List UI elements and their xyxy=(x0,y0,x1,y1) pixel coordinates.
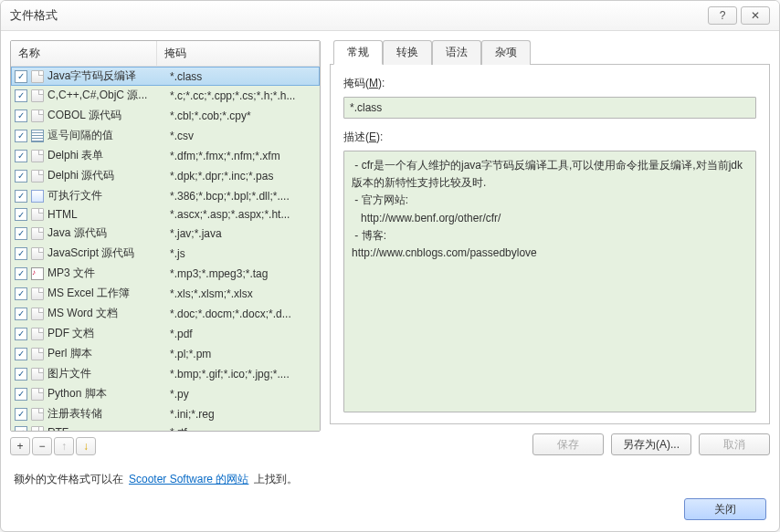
bottom-buttons: 保存 另存为(A)... 取消 xyxy=(330,424,770,455)
table-row[interactable]: ✓Delphi 表单*.dfm;*.fmx;*.nfm;*.xfm xyxy=(11,146,320,166)
close-button[interactable]: ✕ xyxy=(741,6,770,25)
move-up-button[interactable]: ↑ xyxy=(54,437,74,455)
file-icon xyxy=(31,308,44,320)
tabstrip: 常规转换语法杂项 xyxy=(330,40,770,65)
footer-text-pre: 额外的文件格式可以在 xyxy=(14,472,123,487)
row-checkbox[interactable]: ✓ xyxy=(15,368,27,381)
close-row: 关闭 xyxy=(1,498,779,531)
table-row[interactable]: ✓MP3 文件*.mp3;*.mpeg3;*.tag xyxy=(11,264,320,284)
file-icon xyxy=(31,110,44,122)
row-mask: *.ini;*.reg xyxy=(170,408,316,421)
row-checkbox[interactable]: ✓ xyxy=(15,426,27,431)
row-checkbox[interactable]: ✓ xyxy=(15,70,27,83)
table-row[interactable]: ✓图片文件*.bmp;*.gif;*.ico;*.jpg;*.... xyxy=(11,364,320,384)
table-row[interactable]: ✓Java 源代码*.jav;*.java xyxy=(11,224,320,244)
row-name: PDF 文档 xyxy=(47,326,164,341)
remove-button[interactable]: − xyxy=(32,437,52,455)
row-name: MS Excel 工作簿 xyxy=(47,286,164,301)
tab-语法[interactable]: 语法 xyxy=(432,40,481,65)
file-icon xyxy=(31,247,44,260)
row-mask: *.csv xyxy=(170,130,316,142)
table-row[interactable]: ✓COBOL 源代码*.cbl;*.cob;*.cpy* xyxy=(11,106,320,126)
mask-input[interactable]: *.class xyxy=(343,97,756,119)
table-row[interactable]: ✓Delphi 源代码*.dpk;*.dpr;*.inc;*.pas xyxy=(11,166,320,186)
table-row[interactable]: ✓Perl 脚本*.pl;*.pm xyxy=(11,344,320,364)
dialog-close-button[interactable]: 关闭 xyxy=(684,498,766,520)
table-row[interactable]: ✓Java字节码反编译*.class xyxy=(11,67,320,86)
footer: 额外的文件格式可以在 Scooter Software 的网站 上找到。 xyxy=(1,464,779,498)
row-mask: *.js xyxy=(170,247,316,260)
row-checkbox[interactable]: ✓ xyxy=(15,388,27,401)
table-row[interactable]: ✓MS Excel 工作簿*.xls;*.xlsm;*.xlsx xyxy=(11,284,320,304)
row-name: JavaScript 源代码 xyxy=(47,245,164,261)
file-icon xyxy=(31,89,44,102)
row-mask: *.jav;*.java xyxy=(170,227,316,240)
row-checkbox[interactable]: ✓ xyxy=(15,328,27,340)
table-row[interactable]: ✓JavaScript 源代码*.js xyxy=(11,244,320,264)
file-icon xyxy=(31,408,44,421)
row-checkbox[interactable]: ✓ xyxy=(15,408,27,421)
row-mask: *.cbl;*.cob;*.cpy* xyxy=(170,110,316,122)
table-row[interactable]: ✓PDF 文档*.pdf xyxy=(11,324,320,344)
row-mask: *.class xyxy=(170,70,316,83)
saveas-button[interactable]: 另存为(A)... xyxy=(611,433,691,455)
row-name: Delphi 源代码 xyxy=(47,168,164,183)
row-name: C,C++,C#,ObjC 源... xyxy=(47,88,164,103)
table-row[interactable]: ✓MS Word 文档*.doc;*.docm;*.docx;*.d... xyxy=(11,304,320,324)
file-icon xyxy=(31,170,44,183)
cancel-button[interactable]: 取消 xyxy=(699,433,770,455)
row-name: RTF xyxy=(47,426,164,431)
file-icon xyxy=(31,208,44,221)
row-name: 逗号间隔的值 xyxy=(47,128,164,143)
mask-label: 掩码(M): xyxy=(343,76,756,91)
format-list: 名称 掩码 ✓Java字节码反编译*.class✓C,C++,C#,ObjC 源… xyxy=(10,40,321,432)
file-icon xyxy=(31,388,44,401)
table-row[interactable]: ✓Python 脚本*.py xyxy=(11,384,320,404)
row-checkbox[interactable]: ✓ xyxy=(15,287,27,300)
row-checkbox[interactable]: ✓ xyxy=(15,247,27,260)
file-icon xyxy=(31,150,44,162)
add-button[interactable]: + xyxy=(10,437,30,455)
tab-body: 掩码(M): *.class 描述(E): - cfr是一个有人维护的java字… xyxy=(330,65,770,424)
row-checkbox[interactable]: ✓ xyxy=(15,170,27,183)
desc-textarea[interactable]: - cfr是一个有人维护的java字节码反编译工具,可以使用命令批量反编译,对当… xyxy=(343,151,756,412)
save-button[interactable]: 保存 xyxy=(532,433,604,455)
grid-icon xyxy=(31,130,44,142)
table-row[interactable]: ✓RTF*.rtf xyxy=(11,424,320,431)
row-mask: *.pl;*.pm xyxy=(170,348,316,360)
help-button[interactable]: ? xyxy=(708,6,737,25)
tab-常规[interactable]: 常规 xyxy=(333,40,383,65)
row-mask: *.py xyxy=(170,388,316,401)
row-checkbox[interactable]: ✓ xyxy=(15,348,27,360)
table-row[interactable]: ✓注册表转储*.ini;*.reg xyxy=(11,404,320,424)
row-checkbox[interactable]: ✓ xyxy=(15,308,27,320)
exe-icon xyxy=(31,190,44,203)
footer-link[interactable]: Scooter Software 的网站 xyxy=(129,472,248,487)
table-row[interactable]: ✓逗号间隔的值*.csv xyxy=(11,126,320,146)
row-name: 可执行文件 xyxy=(47,188,164,203)
list-header: 名称 掩码 xyxy=(11,41,320,67)
row-checkbox[interactable]: ✓ xyxy=(15,267,27,280)
row-checkbox[interactable]: ✓ xyxy=(15,150,27,162)
row-checkbox[interactable]: ✓ xyxy=(15,110,27,122)
move-down-button[interactable]: ↓ xyxy=(76,437,96,455)
file-icon xyxy=(31,426,44,431)
row-checkbox[interactable]: ✓ xyxy=(15,227,27,240)
row-mask: *.xls;*.xlsm;*.xlsx xyxy=(170,287,316,300)
tab-转换[interactable]: 转换 xyxy=(383,40,432,65)
row-checkbox[interactable]: ✓ xyxy=(15,89,27,102)
row-checkbox[interactable]: ✓ xyxy=(15,208,27,221)
tab-杂项[interactable]: 杂项 xyxy=(481,40,531,65)
table-row[interactable]: ✓可执行文件*.386;*.bcp;*.bpl;*.dll;*.... xyxy=(11,186,320,206)
content: 名称 掩码 ✓Java字节码反编译*.class✓C,C++,C#,ObjC 源… xyxy=(1,31,779,464)
row-mask: *.doc;*.docm;*.docx;*.d... xyxy=(170,308,316,320)
col-mask-header[interactable]: 掩码 xyxy=(157,41,320,66)
row-checkbox[interactable]: ✓ xyxy=(15,190,27,203)
file-icon xyxy=(31,287,44,300)
row-checkbox[interactable]: ✓ xyxy=(15,130,27,142)
table-row[interactable]: ✓HTML*.ascx;*.asp;*.aspx;*.ht... xyxy=(11,206,320,224)
table-row[interactable]: ✓C,C++,C#,ObjC 源...*.c;*.cc;*.cpp;*.cs;*… xyxy=(11,86,320,106)
col-name-header[interactable]: 名称 xyxy=(11,41,157,66)
row-mask: *.386;*.bcp;*.bpl;*.dll;*.... xyxy=(170,190,316,203)
list-body[interactable]: ✓Java字节码反编译*.class✓C,C++,C#,ObjC 源...*.c… xyxy=(11,67,320,431)
